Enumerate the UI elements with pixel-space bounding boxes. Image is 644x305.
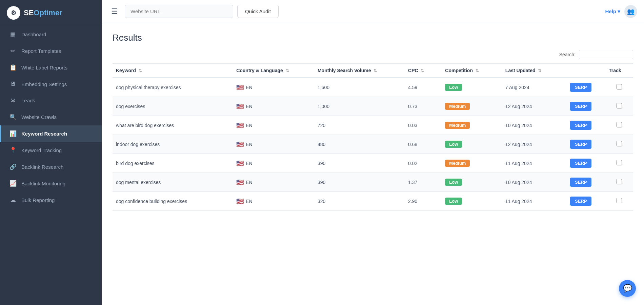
sort-icon-keyword: ⇅ [139,68,142,73]
cell-serp-2: SERP [567,116,605,135]
serp-button-6[interactable]: SERP [570,197,591,206]
sidebar-icon-dashboard: ▦ [9,31,17,38]
sidebar-nav: ▦ Dashboard ✏ Report Templates 📋 White L… [0,26,102,208]
sidebar: ⚙ SEOptimer ▦ Dashboard ✏ Report Templat… [0,0,102,305]
sidebar-label-leads: Leads [21,98,35,103]
sidebar-icon-report-templates: ✏ [9,47,17,55]
serp-button-3[interactable]: SERP [570,140,591,149]
track-checkbox-5[interactable] [617,179,622,184]
cell-cpc-4: 0.02 [405,154,442,173]
competition-badge-4: Medium [445,160,470,167]
cell-lang-6: EN [246,199,252,204]
logo-icon: ⚙ [7,6,20,20]
cell-serp-1: SERP [567,97,605,116]
sidebar-item-website-crawls[interactable]: 🔍 Website Crawls [0,109,102,125]
cell-track-3 [605,135,633,154]
cell-keyword-5: dog mental exercises [113,173,233,192]
competition-badge-0: Low [445,84,462,91]
help-button[interactable]: Help ▾ [605,8,620,15]
cell-msv-3: 480 [314,135,405,154]
sidebar-icon-keyword-research: 📊 [9,130,17,137]
user-avatar[interactable]: 👥 [624,5,637,18]
cell-msv-6: 320 [314,192,405,211]
sidebar-icon-keyword-tracking: 📍 [9,147,17,154]
cell-track-4 [605,154,633,173]
search-label: Search: [559,52,576,57]
cell-track-6 [605,192,633,211]
track-checkbox-6[interactable] [617,198,622,203]
cell-country-4: 🇺🇸 EN [233,154,314,173]
flag-icon-2: 🇺🇸 [236,122,244,129]
sidebar-item-report-templates[interactable]: ✏ Report Templates [0,43,102,59]
col-header-updated[interactable]: Last Updated ⇅ [502,64,567,78]
sidebar-label-backlink-monitoring: Backlink Monitoring [21,181,65,186]
sidebar-label-bulk-reporting: Bulk Reporting [21,197,55,203]
sidebar-label-dashboard: Dashboard [21,32,46,37]
sidebar-icon-embedding-settings: 🖥 [9,81,17,87]
cell-country-5: 🇺🇸 EN [233,173,314,192]
serp-button-2[interactable]: SERP [570,121,591,130]
cell-track-5 [605,173,633,192]
cell-cpc-0: 4.59 [405,78,442,97]
sidebar-item-keyword-tracking[interactable]: 📍 Keyword Tracking [0,142,102,159]
cell-cpc-3: 0.68 [405,135,442,154]
track-checkbox-2[interactable] [617,122,622,127]
cell-msv-5: 390 [314,173,405,192]
cell-serp-3: SERP [567,135,605,154]
cell-keyword-3: indoor dog exercises [113,135,233,154]
sidebar-item-backlink-research[interactable]: 🔗 Backlink Research [0,159,102,175]
sidebar-item-backlink-monitoring[interactable]: 📈 Backlink Monitoring [0,175,102,192]
cell-updated-4: 11 Aug 2024 [502,154,567,173]
col-header-msv[interactable]: Monthly Search Volume ⇅ [314,64,405,78]
serp-button-0[interactable]: SERP [570,83,591,92]
sidebar-item-keyword-research[interactable]: 📊 Keyword Research [0,125,102,142]
serp-button-4[interactable]: SERP [570,159,591,168]
competition-badge-1: Medium [445,103,470,110]
track-checkbox-0[interactable] [617,84,622,89]
search-input[interactable] [579,50,633,59]
cell-keyword-4: bird dog exercises [113,154,233,173]
sidebar-label-white-label-reports: White Label Reports [21,65,67,70]
track-checkbox-1[interactable] [617,103,622,108]
cell-competition-1: Medium [442,97,502,116]
table-row: dog physical therapy exercises 🇺🇸 EN 1,6… [113,78,633,97]
competition-badge-2: Medium [445,122,470,129]
flag-icon-4: 🇺🇸 [236,160,244,167]
col-header-keyword[interactable]: Keyword ⇅ [113,64,233,78]
flag-icon-6: 🇺🇸 [236,198,244,205]
cell-competition-2: Medium [442,116,502,135]
url-input[interactable] [125,5,233,18]
sidebar-logo: ⚙ SEOptimer [0,0,102,26]
col-header-country[interactable]: Country & Language ⇅ [233,64,314,78]
sidebar-icon-backlink-research: 🔗 [9,163,17,170]
cell-updated-3: 12 Aug 2024 [502,135,567,154]
quick-audit-button[interactable]: Quick Audit [237,5,279,18]
table-row: dog confidence building exercises 🇺🇸 EN … [113,192,633,211]
results-table: Keyword ⇅ Country & Language ⇅ Monthly S… [113,63,633,211]
content-area: Results Search: Keyword ⇅ Country & Lang… [102,23,644,305]
topbar: ☰ Quick Audit Help ▾ 👥 [102,0,644,23]
sidebar-item-dashboard[interactable]: ▦ Dashboard [0,26,102,43]
sidebar-item-leads[interactable]: ✉ Leads [0,92,102,109]
competition-badge-3: Low [445,141,462,148]
serp-button-1[interactable]: SERP [570,102,591,111]
track-checkbox-3[interactable] [617,141,622,146]
track-checkbox-4[interactable] [617,160,622,165]
sidebar-item-embedding-settings[interactable]: 🖥 Embedding Settings [0,76,102,92]
sort-icon-msv: ⇅ [374,68,377,73]
serp-button-5[interactable]: SERP [570,178,591,187]
hamburger-button[interactable]: ☰ [108,6,121,17]
col-header-cpc[interactable]: CPC ⇅ [405,64,442,78]
results-title: Results [113,33,633,43]
cell-competition-0: Low [442,78,502,97]
cell-lang-1: EN [246,104,252,109]
sidebar-item-bulk-reporting[interactable]: ☁ Bulk Reporting [0,192,102,208]
cell-track-1 [605,97,633,116]
table-row: what are bird dog exercises 🇺🇸 EN 720 0.… [113,116,633,135]
col-header-competition[interactable]: Competition ⇅ [442,64,502,78]
competition-badge-5: Low [445,179,462,186]
sidebar-item-white-label-reports[interactable]: 📋 White Label Reports [0,59,102,76]
sidebar-icon-leads: ✉ [9,97,17,104]
chat-bubble[interactable]: 💬 [619,280,636,297]
cell-updated-0: 7 Aug 2024 [502,78,567,97]
